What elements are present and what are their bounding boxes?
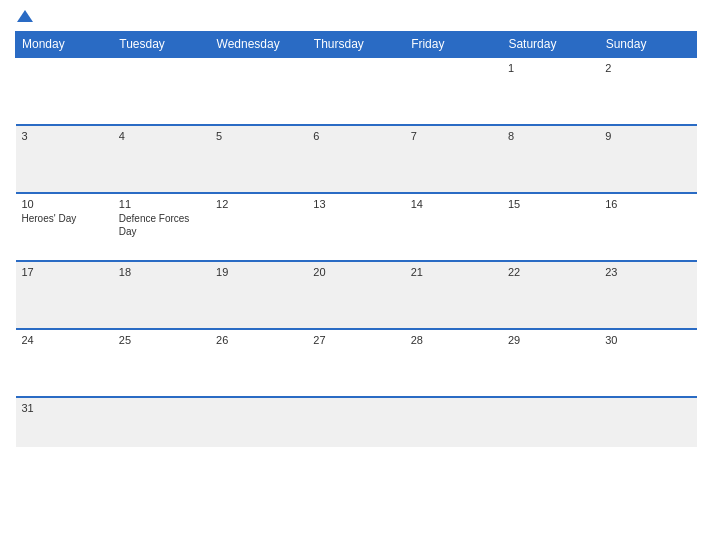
day-number: 25 [119,334,204,346]
calendar-row: 3456789 [16,125,697,193]
calendar-cell [307,57,404,125]
calendar-cell: 20 [307,261,404,329]
calendar-cell [210,57,307,125]
calendar-cell: 27 [307,329,404,397]
header-thursday: Thursday [307,32,404,58]
day-number: 15 [508,198,593,210]
holiday-label: Defence Forces Day [119,212,204,238]
calendar-cell: 8 [502,125,599,193]
day-number: 14 [411,198,496,210]
header-wednesday: Wednesday [210,32,307,58]
header-sunday: Sunday [599,32,696,58]
day-number: 1 [508,62,593,74]
logo-triangle-icon [17,10,33,22]
calendar-row: 31 [16,397,697,447]
day-number: 26 [216,334,301,346]
day-number: 27 [313,334,398,346]
header-tuesday: Tuesday [113,32,210,58]
calendar-header [15,10,697,23]
calendar-cell: 29 [502,329,599,397]
day-number: 31 [22,402,107,414]
calendar-cell: 21 [405,261,502,329]
day-number: 16 [605,198,690,210]
calendar-cell: 11Defence Forces Day [113,193,210,261]
calendar-cell: 26 [210,329,307,397]
calendar-cell: 5 [210,125,307,193]
day-number: 13 [313,198,398,210]
day-number: 30 [605,334,690,346]
calendar-cell: 4 [113,125,210,193]
day-number: 3 [22,130,107,142]
day-number: 8 [508,130,593,142]
logo [15,10,33,23]
day-number: 21 [411,266,496,278]
calendar-wrapper: Monday Tuesday Wednesday Thursday Friday… [0,0,712,550]
calendar-cell: 25 [113,329,210,397]
calendar-cell [113,397,210,447]
calendar-cell: 19 [210,261,307,329]
calendar-cell [307,397,404,447]
day-number: 22 [508,266,593,278]
header-friday: Friday [405,32,502,58]
day-number: 29 [508,334,593,346]
calendar-table: Monday Tuesday Wednesday Thursday Friday… [15,31,697,447]
day-number: 2 [605,62,690,74]
day-number: 24 [22,334,107,346]
day-number: 5 [216,130,301,142]
day-number: 23 [605,266,690,278]
calendar-cell: 10Heroes' Day [16,193,113,261]
day-number: 11 [119,198,204,210]
calendar-cell: 7 [405,125,502,193]
calendar-row: 17181920212223 [16,261,697,329]
calendar-cell [502,397,599,447]
calendar-cell [599,397,696,447]
calendar-cell: 3 [16,125,113,193]
day-number: 19 [216,266,301,278]
calendar-cell: 1 [502,57,599,125]
calendar-cell: 17 [16,261,113,329]
calendar-cell [210,397,307,447]
weekday-header-row: Monday Tuesday Wednesday Thursday Friday… [16,32,697,58]
day-number: 12 [216,198,301,210]
calendar-row: 12 [16,57,697,125]
calendar-cell [113,57,210,125]
header-monday: Monday [16,32,113,58]
calendar-cell [405,57,502,125]
calendar-cell [16,57,113,125]
day-number: 9 [605,130,690,142]
holiday-label: Heroes' Day [22,212,107,225]
calendar-cell: 30 [599,329,696,397]
day-number: 18 [119,266,204,278]
calendar-cell: 16 [599,193,696,261]
calendar-row: 10Heroes' Day11Defence Forces Day1213141… [16,193,697,261]
calendar-cell: 18 [113,261,210,329]
day-number: 4 [119,130,204,142]
day-number: 28 [411,334,496,346]
calendar-cell: 9 [599,125,696,193]
calendar-cell: 14 [405,193,502,261]
calendar-cell: 6 [307,125,404,193]
calendar-cell: 22 [502,261,599,329]
day-number: 17 [22,266,107,278]
calendar-cell: 2 [599,57,696,125]
header-saturday: Saturday [502,32,599,58]
calendar-cell: 24 [16,329,113,397]
calendar-cell: 13 [307,193,404,261]
calendar-cell: 12 [210,193,307,261]
day-number: 10 [22,198,107,210]
calendar-cell: 28 [405,329,502,397]
day-number: 7 [411,130,496,142]
calendar-cell [405,397,502,447]
calendar-row: 24252627282930 [16,329,697,397]
calendar-cell: 31 [16,397,113,447]
calendar-cell: 23 [599,261,696,329]
day-number: 6 [313,130,398,142]
calendar-cell: 15 [502,193,599,261]
day-number: 20 [313,266,398,278]
